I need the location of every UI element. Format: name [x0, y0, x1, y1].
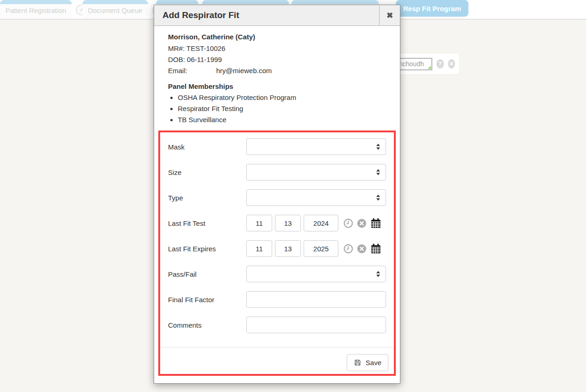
last-fit-expires-date-icons	[343, 243, 381, 254]
comments-label: Comments	[168, 321, 246, 329]
patient-info: Morrison, Catherine (Caty) MR#: TEST-100…	[154, 26, 400, 76]
modal-header: Add Respirator Fit ✖	[154, 5, 400, 26]
tab-document-queue[interactable]: Document Queue ↗	[82, 0, 163, 19]
size-select[interactable]	[246, 164, 386, 180]
chevron-updown-icon	[376, 195, 380, 201]
last-fit-expires-label: Last Fit Expires	[168, 245, 246, 253]
tab-document-queue-label[interactable]: Document Queue	[82, 0, 148, 19]
background-tab-cap[interactable]	[292, 0, 379, 4]
last-fit-expires-day-input[interactable]	[275, 240, 301, 257]
last-fit-expires-year-input[interactable]	[304, 240, 338, 257]
panel-memberships: Panel Memberships OSHA Respiratory Prote…	[154, 76, 400, 125]
user-search-input[interactable]	[396, 58, 432, 70]
form-row-type: Type	[160, 189, 394, 206]
form-row-size: Size	[160, 164, 394, 180]
comments-input[interactable]	[246, 317, 386, 333]
time-picker-icon[interactable]	[343, 218, 353, 228]
form-row-last-fit-test: Last Fit Test	[160, 215, 394, 231]
clear-date-icon[interactable]	[357, 218, 367, 228]
panel-membership-item: OSHA Respiratory Protection Program	[178, 92, 386, 103]
panel-memberships-heading: Panel Memberships	[168, 82, 386, 90]
user-search-widget: ? ✕	[392, 53, 460, 75]
modal-footer: Save	[160, 347, 394, 374]
patient-email-row: Email:hry@mieweb.com	[168, 65, 386, 76]
panel-membership-item: TB Surveillance	[178, 114, 386, 125]
background-tab-cap[interactable]	[156, 0, 198, 4]
close-widget-icon[interactable]: ✕	[448, 59, 455, 68]
final-fit-factor-label: Final Fit Factor	[168, 296, 246, 304]
last-fit-test-year-input[interactable]	[304, 215, 338, 231]
patient-email-label: Email:	[168, 65, 216, 76]
add-respirator-fit-modal: Add Respirator Fit ✖ Morrison, Catherine…	[154, 5, 400, 384]
save-button-label: Save	[366, 359, 381, 367]
form-row-comments: Comments	[160, 317, 394, 333]
patient-name: Morrison, Catherine (Caty)	[168, 33, 386, 41]
panel-memberships-list: OSHA Respiratory Protection Program Resp…	[168, 92, 386, 125]
panel-membership-item: Respirator Fit Testing	[178, 103, 386, 114]
clear-date-icon[interactable]	[357, 244, 367, 254]
patient-dob: DOB: 06-11-1999	[168, 54, 386, 65]
form-row-final-fit-factor: Final Fit Factor	[160, 291, 394, 308]
close-icon[interactable]: ✖	[379, 5, 400, 26]
form-row-pass-fail: Pass/Fail	[160, 266, 394, 282]
background-tab-cap[interactable]	[202, 0, 289, 4]
save-icon	[354, 359, 362, 367]
form-highlight-box: Mask Size Type Last Fit Test	[158, 131, 396, 376]
search-input-wrap	[396, 58, 432, 70]
patient-mr: MR#: TEST-10026	[168, 43, 386, 54]
type-label: Type	[168, 194, 246, 202]
tab-resp-fit-program[interactable]: Resp Fit Program	[396, 0, 468, 17]
last-fit-test-day-input[interactable]	[275, 215, 301, 231]
chevron-updown-icon	[376, 169, 380, 175]
last-fit-test-label: Last Fit Test	[168, 219, 246, 227]
form-row-mask: Mask	[160, 138, 394, 155]
chevron-updown-icon	[376, 144, 380, 150]
final-fit-factor-input[interactable]	[246, 291, 386, 308]
time-picker-icon[interactable]	[343, 244, 353, 254]
last-fit-test-month-input[interactable]	[246, 215, 272, 231]
last-fit-test-date-icons	[343, 218, 381, 229]
form-row-last-fit-expires: Last Fit Expires	[160, 240, 394, 257]
tab-patient-registration-label[interactable]: Patient Registration	[0, 0, 72, 19]
help-icon[interactable]: ?	[436, 59, 444, 68]
calendar-icon[interactable]	[370, 243, 381, 254]
chevron-updown-icon	[376, 271, 380, 277]
type-select[interactable]	[246, 189, 386, 206]
size-label: Size	[168, 168, 246, 176]
pass-fail-label: Pass/Fail	[168, 270, 246, 278]
patient-email-value: hry@mieweb.com	[216, 67, 272, 75]
pass-fail-select[interactable]	[246, 266, 386, 282]
last-fit-expires-month-input[interactable]	[246, 240, 272, 257]
tab-patient-registration[interactable]: Patient Registration ↗	[0, 0, 87, 19]
save-button[interactable]: Save	[347, 354, 388, 371]
calendar-icon[interactable]	[370, 218, 381, 229]
modal-title: Add Respirator Fit	[154, 5, 379, 25]
mask-label: Mask	[168, 143, 246, 151]
mask-select[interactable]	[246, 138, 386, 155]
resize-handle-icon[interactable]	[428, 66, 431, 69]
